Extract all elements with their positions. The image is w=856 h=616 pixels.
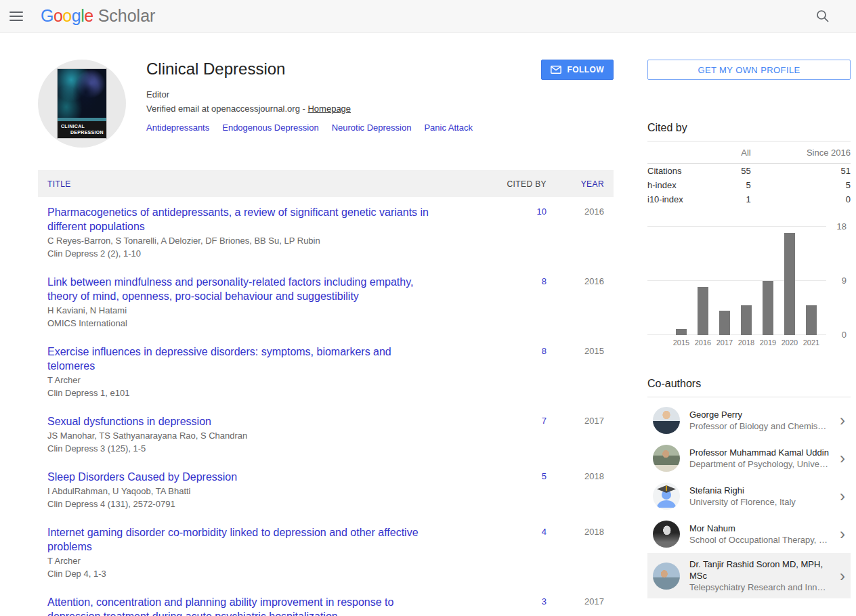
bar-column-2018 [735, 227, 757, 335]
citations-bar-2019[interactable] [763, 281, 773, 335]
bar-column-2015 [670, 227, 692, 335]
article-venue: Clin Dep 4, 1-3 [47, 568, 438, 579]
citations-chart-plot [647, 227, 826, 335]
metric-label: h-index [647, 178, 729, 192]
search-icon[interactable] [815, 9, 830, 24]
article-authors: JS Manohar, TS Sathyanarayana Rao, S Cha… [47, 430, 438, 441]
chevron-right-icon[interactable]: › [840, 489, 845, 503]
article-cited-count-link[interactable]: 8 [542, 276, 547, 286]
follow-button[interactable]: FOLLOW [541, 60, 614, 80]
profile-info: Clinical Depression FOLLOW Editor Verifi… [146, 60, 614, 148]
article-row: Attention, concentration and planning ab… [38, 587, 614, 616]
article-cited-count-link[interactable]: 3 [542, 596, 547, 607]
coauthor-row[interactable]: Mor Nahum School of Occupational Therapy… [647, 515, 851, 553]
metric-label: i10-index [647, 192, 729, 206]
chevron-right-icon[interactable]: › [840, 414, 845, 427]
metric-row: i10-index 1 0 [647, 192, 851, 206]
article-cited-count-link[interactable]: 7 [542, 416, 547, 426]
metrics-col-all: All [729, 141, 751, 164]
coauthor-list: George Perry Professor of Biology and Ch… [647, 401, 851, 598]
article-row: Sleep Disorders Caused by Depression I A… [38, 462, 614, 517]
article-row: Sexual dysfunctions in depression JS Man… [38, 406, 614, 462]
article-venue: Clin Depress 3 (125), 1-5 [47, 443, 438, 454]
ytick-label-18: 18 [837, 221, 847, 232]
xtick-label-2021: 2021 [800, 338, 822, 347]
citations-per-year-chart: 0918 2015201620172018201920202021 [647, 227, 851, 347]
article-title-link[interactable]: Pharmacogenetics of antidepressants, a r… [47, 206, 429, 232]
chevron-right-icon[interactable]: › [840, 452, 845, 465]
article-title-link[interactable]: Attention, concentration and planning ab… [47, 596, 393, 616]
bar-column-2017 [714, 227, 735, 335]
citations-chart-yaxis: 0918 [826, 227, 851, 335]
coauthor-row[interactable]: George Perry Professor of Biology and Ch… [647, 401, 851, 439]
follow-button-label: FOLLOW [568, 65, 604, 74]
coauthor-affiliation: Telepsychiatry Research and Inn… [689, 581, 836, 593]
interest-tag-link[interactable]: Neurotic Depression [332, 123, 412, 133]
citations-bar-2015[interactable] [676, 329, 687, 335]
articles-table: TITLE CITED BY YEAR Pharmacogenetics of … [38, 170, 614, 616]
article-venue: Clin Depress 1, e101 [47, 387, 438, 399]
article-title-link[interactable]: Sexual dysfunctions in depression [47, 416, 211, 427]
article-title-link[interactable]: Internet gaming disorder co-morbidity li… [47, 527, 419, 552]
coauthor-row[interactable]: Dr. Tanjir Rashid Soron MD, MPH, MSc Tel… [647, 553, 851, 598]
metrics-col-since: Since 2016 [751, 141, 851, 164]
coauthor-affiliation: Professor of Biology and Chemis… [689, 420, 836, 432]
brain-cover-art [58, 69, 106, 118]
article-authors: T Archer [47, 555, 438, 567]
article-row: Pharmacogenetics of antidepressants, a r… [38, 197, 614, 267]
article-year: 2018 [584, 527, 604, 537]
cover-title-line1: CLINICAL [61, 123, 103, 129]
google-scholar-logo[interactable]: Google Scholar [41, 6, 155, 26]
interest-tag-link[interactable]: Panic Attack [424, 123, 473, 133]
cited-by-heading: Cited by [647, 122, 851, 141]
citations-bar-2017[interactable] [719, 311, 730, 335]
article-authors: C Reyes-Barron, S Tonarelli, A Delozier,… [47, 235, 438, 246]
citations-bar-2018[interactable] [741, 305, 752, 335]
metric-value-since: 0 [751, 192, 851, 206]
coauthor-row[interactable]: Professor Muhammad Kamal Uddin Departmen… [647, 439, 851, 477]
article-title-link[interactable]: Exercise influences in depressive disord… [47, 346, 391, 372]
metric-value-all: 55 [729, 164, 751, 179]
citations-bar-2016[interactable] [698, 287, 708, 335]
xtick-label-2017: 2017 [714, 338, 735, 347]
articles-list: Pharmacogenetics of antidepressants, a r… [38, 197, 614, 616]
coauthor-avatar [653, 483, 680, 510]
verified-email-line: Verified email at openaccessjournal.org … [146, 104, 614, 114]
sort-by-title-header[interactable]: TITLE [47, 179, 71, 189]
citation-metrics-table: All Since 2016 Citations 55 51 h-index 5… [647, 141, 851, 206]
homepage-link[interactable]: Homepage [307, 104, 351, 114]
cited-by-header: CITED BY [507, 179, 547, 189]
logo-google-wordmark: Google [41, 6, 93, 26]
cover-title-line2: DEPRESSION [61, 129, 103, 135]
coauthor-affiliation: School of Occupational Therapy, … [689, 534, 836, 546]
sidebar: GET MY OWN PROFILE Cited by All Since 20… [647, 60, 851, 616]
citations-bar-2020[interactable] [784, 233, 795, 335]
articles-table-header: TITLE CITED BY YEAR [38, 170, 614, 197]
coauthor-row[interactable]: Stefania Righi University of Florence, I… [647, 477, 851, 515]
hamburger-menu-icon[interactable] [9, 12, 23, 21]
article-year: 2016 [584, 276, 604, 286]
article-title-link[interactable]: Link between mindfulness and personality… [47, 276, 413, 302]
chevron-right-icon[interactable]: › [840, 527, 845, 541]
article-cited-count-link[interactable]: 4 [542, 527, 547, 537]
interest-tag-link[interactable]: Endogenous Depression [222, 123, 318, 133]
citations-bar-2021[interactable] [806, 305, 817, 335]
coauthor-affiliation: Department of Psychology, Unive… [689, 458, 836, 470]
interest-tag-link[interactable]: Antidepressants [146, 123, 209, 133]
article-cited-count-link[interactable]: 10 [537, 206, 547, 217]
cited-by-section: Cited by All Since 2016 Citations 55 51 [647, 122, 851, 347]
article-cited-count-link[interactable]: 5 [542, 471, 547, 481]
article-year: 2017 [584, 416, 604, 426]
article-authors: I AbdulRahman, U Yaqoob, TA Bhatti [47, 485, 438, 497]
chevron-right-icon[interactable]: › [840, 569, 845, 583]
article-row: Exercise influences in depressive disord… [38, 336, 614, 406]
xtick-label-2019: 2019 [757, 338, 779, 347]
coauthor-name: Dr. Tanjir Rashid Soron MD, MPH, MSc [689, 558, 836, 581]
journal-cover-image: CLINICAL DEPRESSION [58, 69, 106, 138]
sort-by-year-header[interactable]: YEAR [581, 179, 604, 189]
coauthors-heading: Co-authors [647, 378, 851, 397]
xtick-label-2015: 2015 [670, 338, 692, 347]
article-cited-count-link[interactable]: 8 [542, 346, 547, 356]
article-title-link[interactable]: Sleep Disorders Caused by Depression [47, 471, 237, 483]
get-my-own-profile-button[interactable]: GET MY OWN PROFILE [647, 60, 851, 80]
